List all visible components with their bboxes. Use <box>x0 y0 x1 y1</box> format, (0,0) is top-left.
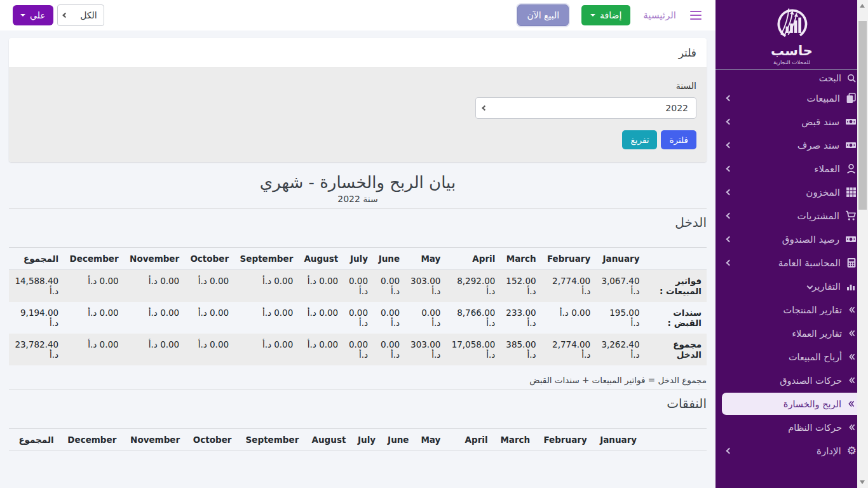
banknote-icon <box>845 116 857 127</box>
amount-cell: 0.00 د.أ <box>64 270 124 302</box>
year-label: السنة <box>19 81 696 91</box>
sidebar-item-receipt-voucher[interactable]: سند قبض <box>715 110 868 133</box>
sidebar-subitem-customer-reports[interactable]: تقارير العملاء <box>715 322 868 345</box>
table-row: فواتير المبيعات :3,067.40 د.أ2,774.00 د.… <box>9 270 707 302</box>
sidebar-subitem-cash-movements[interactable]: حركات الصندوق <box>715 369 868 392</box>
sidebar-subitem-sales-profits[interactable]: أرباح المبيعات <box>715 345 868 369</box>
amount-cell: 0.00 د.أ <box>343 270 373 302</box>
amount-cell: 0.00 د.أ <box>184 302 234 334</box>
amount-cell: 0.00 د.أ <box>184 270 234 302</box>
user-name-label: علي <box>30 10 46 20</box>
sidebar-item-sales[interactable]: المبيعات <box>715 86 868 110</box>
column-header: October <box>184 248 234 270</box>
filter-card: فلتر السنة 2022 فلترة تفريغ <box>9 38 707 162</box>
column-header: March <box>500 248 541 270</box>
sidebar-item-general-accounting[interactable]: المحاسبة العامة <box>715 251 868 274</box>
expenses-table: JanuaryFebruaryMarchAprilMayJuneJulyAugu… <box>9 428 707 451</box>
hamburger-menu-icon[interactable] <box>689 10 703 22</box>
amount-cell: 0.00 د.أ <box>234 302 298 334</box>
amount-cell: 8,292.00 د.أ <box>445 270 500 302</box>
amount-cell: 0.00 د.أ <box>343 334 373 365</box>
sidebar-item-customers[interactable]: العملاء <box>715 157 868 180</box>
report-title: بيان الربح والخسارة - شهري <box>9 173 707 192</box>
sidebar-item-reports[interactable]: التقارير <box>715 274 868 298</box>
chevron-left-icon <box>726 189 733 196</box>
year-select[interactable]: 2022 <box>475 97 696 119</box>
gear-icon: ⚙ <box>847 445 857 456</box>
column-header: October <box>185 429 236 451</box>
column-header: January <box>592 429 642 451</box>
amount-cell: 233.00 د.أ <box>500 302 541 334</box>
column-header: July <box>343 248 373 270</box>
sidebar-item-search[interactable]: البحث <box>715 70 868 86</box>
add-button[interactable]: إضافة <box>581 5 630 25</box>
column-header: April <box>445 248 500 270</box>
amount-cell: 3,262.40 د.أ <box>595 334 644 365</box>
sidebar-subitem-label: تقارير المنتجات <box>783 305 842 315</box>
amount-cell: 14,588.40 د.أ <box>9 270 64 302</box>
filter-button[interactable]: فلترة <box>661 130 696 149</box>
chevron-left-icon <box>726 142 733 149</box>
sidebar-item-cash-balance[interactable]: رصيد الصندوق <box>715 227 868 251</box>
row-label: مجموع الدخل <box>645 334 707 365</box>
column-header: July <box>351 429 381 451</box>
sidebar-item-label: رصيد الصندوق <box>782 234 839 245</box>
column-header: April <box>445 429 492 451</box>
column-header: May <box>405 248 445 270</box>
add-button-label: إضافة <box>600 10 621 20</box>
chevron-left-icon <box>726 166 733 172</box>
sell-now-button[interactable]: البيع الآن <box>517 4 569 26</box>
amount-cell: 0.00 د.أ <box>124 334 185 365</box>
sidebar-subitem-system-movements[interactable]: حركات النظام <box>715 416 868 439</box>
page-scrollbar[interactable] <box>857 0 868 488</box>
scroll-up-arrow-icon[interactable] <box>860 4 865 8</box>
sidebar-subitem-product-reports[interactable]: تقارير المنتجات <box>715 298 868 322</box>
divider <box>9 208 707 209</box>
sidebar-item-administration[interactable]: ⚙ الإدارة <box>715 439 868 463</box>
amount-cell: 0.00 د.أ <box>124 270 185 302</box>
amount-cell: 0.00 د.أ <box>184 334 234 365</box>
amount-cell: 0.00 د.أ <box>343 302 373 334</box>
amount-cell: 303.00 د.أ <box>405 334 445 365</box>
filter-card-body: السنة 2022 فلترة تفريغ <box>9 68 707 162</box>
column-header: المجموع <box>9 429 59 451</box>
scroll-down-arrow-icon[interactable] <box>860 480 865 484</box>
sidebar-menu: المبيعات سند قبض <box>715 86 868 463</box>
amount-cell: 17,058.00 د.أ <box>445 334 500 365</box>
sidebar-item-payment-voucher[interactable]: سند صرف <box>715 133 868 157</box>
amount-cell: 0.00 د.أ <box>373 302 405 334</box>
page: حاسب للمحلات التجارية البحث المبيعات <box>0 0 868 488</box>
sidebar-subitem-label: تقارير العملاء <box>792 329 842 339</box>
column-header: September <box>237 429 304 451</box>
chevron-left-icon <box>726 260 733 266</box>
angles-icon <box>848 377 855 384</box>
expenses-section-title: النفقات <box>9 396 707 411</box>
sidebar-subitem-profit-loss-active[interactable]: الربح والخسارة <box>722 393 862 415</box>
sidebar-subitem-label: الربح والخسارة <box>783 399 841 409</box>
home-link[interactable]: الرئيسية <box>643 10 676 21</box>
branch-select[interactable]: الكل <box>57 4 104 26</box>
amount-cell: 0.00 د.أ <box>298 302 343 334</box>
caret-down-icon <box>20 14 25 17</box>
column-header: November <box>124 248 185 270</box>
sidebar-item-label: المحاسبة العامة <box>778 257 841 269</box>
year-select-value: 2022 <box>665 103 688 113</box>
sidebar-item-purchases[interactable]: المشتريات <box>715 204 868 227</box>
sidebar-item-label: المشتريات <box>797 210 839 222</box>
banknote-icon <box>845 140 857 151</box>
search-icon <box>847 74 857 83</box>
divider <box>9 390 707 390</box>
column-header: August <box>298 248 343 270</box>
amount-cell: 23,782.40 د.أ <box>9 334 64 365</box>
branch-select-value: الكل <box>80 10 97 20</box>
sidebar-item-label: التقارير <box>812 281 841 292</box>
amount-cell: 0.00 د.أ <box>405 302 445 334</box>
clear-button[interactable]: تفريغ <box>622 130 657 149</box>
sidebar-item-inventory[interactable]: المخزون <box>715 180 868 204</box>
sidebar-item-label: المبيعات <box>807 93 840 104</box>
scrollbar-thumb[interactable] <box>858 21 867 210</box>
sidebar-item-label: سند قبض <box>801 116 839 128</box>
amount-cell: 0.00 د.أ <box>541 302 596 334</box>
amount-cell: 2,774.00 د.أ <box>541 334 596 365</box>
user-menu-button[interactable]: علي <box>13 5 53 25</box>
